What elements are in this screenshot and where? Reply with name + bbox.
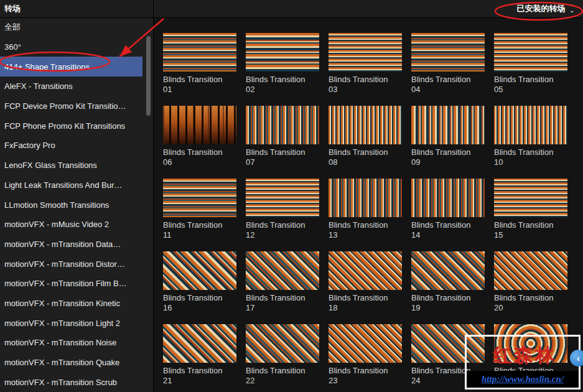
- transition-cell[interactable]: Blinds Transition15: [494, 179, 577, 251]
- transition-thumbnail[interactable]: [411, 179, 485, 217]
- top-bar: 转场 已安装的转场 ⌃⌄: [0, 0, 583, 18]
- transition-thumbnail[interactable]: [163, 106, 236, 144]
- transition-cell[interactable]: Blinds Transition01: [163, 33, 246, 106]
- sidebar-item[interactable]: motionVFX - mTransition Quake: [0, 353, 142, 373]
- transition-cell[interactable]: Blinds Transition07: [246, 106, 329, 179]
- transition-thumbnail[interactable]: [411, 106, 485, 144]
- transition-cell[interactable]: Blinds Transition06: [163, 106, 246, 179]
- transition-cell[interactable]: Blinds Transition14: [411, 179, 494, 251]
- transition-cell[interactable]: Blinds Transition02: [246, 33, 329, 106]
- transition-label: Blinds Transition01: [163, 75, 246, 95]
- sidebar-item[interactable]: LLmotion Smooth Transitions: [0, 195, 142, 215]
- transition-thumbnail[interactable]: [246, 324, 319, 363]
- transition-label: Blinds Transition13: [329, 220, 411, 240]
- sidebar-item[interactable]: motionVFX - mMusic Video 2: [0, 215, 142, 235]
- transition-cell[interactable]: Blinds Transition21: [163, 324, 246, 392]
- installed-transitions-dropdown[interactable]: 已安装的转场 ⌃⌄: [516, 3, 574, 14]
- transition-thumbnail[interactable]: [494, 251, 567, 290]
- watermark-box: 红森林 http://www.hoslin.cn/: [465, 335, 581, 390]
- transition-thumbnail[interactable]: [494, 106, 567, 144]
- transition-label: Blinds Transition15: [494, 220, 577, 240]
- transition-cell[interactable]: Blinds Transition12: [246, 179, 329, 251]
- transition-label: Blinds Transition11: [163, 220, 246, 240]
- sidebar-item[interactable]: LenoFX Glass Transitions: [0, 156, 142, 175]
- transition-cell[interactable]: Blinds Transition23: [329, 324, 411, 392]
- sidebar-item[interactable]: motionVFX - mTransition Noise: [0, 333, 142, 353]
- top-bar-right: 已安装的转场 ⌃⌄: [154, 0, 583, 17]
- transition-label: Blinds Transition22: [246, 366, 329, 386]
- transition-label: Blinds Transition03: [329, 75, 411, 95]
- transition-thumbnail[interactable]: [329, 33, 402, 72]
- transition-thumbnail[interactable]: [163, 179, 236, 217]
- transition-label: Blinds Transition21: [163, 366, 246, 386]
- transition-thumbnail[interactable]: [246, 251, 319, 290]
- transition-label: Blinds Transition04: [411, 75, 494, 95]
- transition-label: Blinds Transition19: [411, 293, 494, 313]
- transition-label: Blinds Transition10: [494, 147, 577, 167]
- panel-title: 转场: [0, 0, 154, 17]
- sidebar-item[interactable]: motionVFX - mTransition Data…: [0, 235, 142, 254]
- sidebar-item[interactable]: 全部: [0, 17, 142, 37]
- sidebar-item[interactable]: FCP Phone Promo Kit Transitions: [0, 116, 142, 136]
- sidebar-item[interactable]: FCP Device Promo Kit Transitio…: [0, 96, 142, 116]
- transition-label: Blinds Transition20: [494, 293, 577, 313]
- transition-cell[interactable]: Blinds Transition11: [163, 179, 246, 251]
- transition-label: Blinds Transition23: [329, 366, 411, 386]
- sidebar-item[interactable]: FxFactory Pro: [0, 136, 142, 156]
- transition-cell[interactable]: Blinds Transition09: [411, 106, 494, 179]
- transition-label: Blinds Transition18: [329, 293, 411, 313]
- transition-cell[interactable]: Blinds Transition13: [329, 179, 411, 251]
- transition-thumbnail[interactable]: [494, 33, 567, 72]
- dropdown-label: 已安装的转场: [516, 3, 565, 14]
- transition-thumbnail[interactable]: [163, 33, 236, 72]
- transition-thumbnail[interactable]: [163, 324, 236, 363]
- transition-label: Blinds Transition05: [494, 75, 577, 95]
- transition-label: Blinds Transition07: [246, 147, 329, 167]
- transition-label: Blinds Transition08: [329, 147, 411, 167]
- sidebar-item[interactable]: motionVFX - mTransition Kinetic: [0, 294, 142, 314]
- transition-thumbnail[interactable]: [411, 251, 485, 290]
- watermark-brand: 红森林: [493, 343, 556, 368]
- transition-label: Blinds Transition17: [246, 293, 329, 313]
- sidebar-item[interactable]: Light Leak Transitions And Bur…: [0, 175, 142, 195]
- transition-thumbnail[interactable]: [411, 33, 485, 72]
- transition-thumbnail[interactable]: [329, 179, 402, 217]
- transition-cell[interactable]: Blinds Transition20: [494, 251, 577, 324]
- transitions-sidebar: 全部360°414+ Shape TransitionsAleFX - Tran…: [0, 17, 154, 392]
- sidebar-scrollbar[interactable]: [146, 36, 151, 116]
- sidebar-item[interactable]: AleFX - Transitions: [0, 77, 142, 96]
- transition-thumbnail[interactable]: [494, 179, 567, 217]
- transition-cell[interactable]: Blinds Transition17: [246, 251, 329, 324]
- transition-label: Blinds Transition09: [411, 147, 494, 167]
- transition-thumbnail[interactable]: [329, 106, 402, 144]
- transition-thumbnail[interactable]: [163, 251, 236, 290]
- transition-label: Blinds Transition14: [411, 220, 494, 240]
- transition-label: Blinds Transition02: [246, 75, 329, 95]
- transition-cell[interactable]: Blinds Transition03: [329, 33, 411, 106]
- transition-cell[interactable]: Blinds Transition19: [411, 251, 494, 324]
- transition-cell[interactable]: Blinds Transition05: [494, 33, 577, 106]
- transition-thumbnail[interactable]: [329, 251, 402, 290]
- transition-cell[interactable]: Blinds Transition08: [329, 106, 411, 179]
- transition-cell[interactable]: Blinds Transition16: [163, 251, 246, 324]
- sidebar-item[interactable]: 360°: [0, 37, 142, 57]
- transition-label: Blinds Transition06: [163, 147, 246, 167]
- transition-cell[interactable]: Blinds Transition10: [494, 106, 577, 179]
- transition-cell[interactable]: Blinds Transition18: [329, 251, 411, 324]
- sidebar-item[interactable]: motionVFX - mTransition Light 2: [0, 313, 142, 333]
- float-badge[interactable]: ‹: [570, 350, 583, 366]
- sidebar-item[interactable]: motionVFX - mTransition Distor…: [0, 254, 142, 274]
- transition-thumbnail[interactable]: [246, 106, 319, 144]
- transition-cell[interactable]: Blinds Transition04: [411, 33, 494, 106]
- transition-thumbnail[interactable]: [329, 324, 402, 363]
- sidebar-list: 全部360°414+ Shape TransitionsAleFX - Tran…: [0, 17, 153, 392]
- transition-label: Blinds Transition16: [163, 293, 246, 313]
- chevron-up-down-icon: ⌃⌄: [569, 5, 574, 12]
- sidebar-item[interactable]: motionVFX - mTransition Scrub: [0, 372, 142, 392]
- transition-thumbnail[interactable]: [246, 179, 319, 217]
- transition-cell[interactable]: Blinds Transition22: [246, 324, 329, 392]
- sidebar-item[interactable]: 414+ Shape Transitions: [0, 57, 142, 77]
- transition-thumbnail[interactable]: [246, 33, 319, 72]
- transition-label: Blinds Transition12: [246, 220, 329, 240]
- sidebar-item[interactable]: motionVFX - mTransition Film B…: [0, 274, 142, 294]
